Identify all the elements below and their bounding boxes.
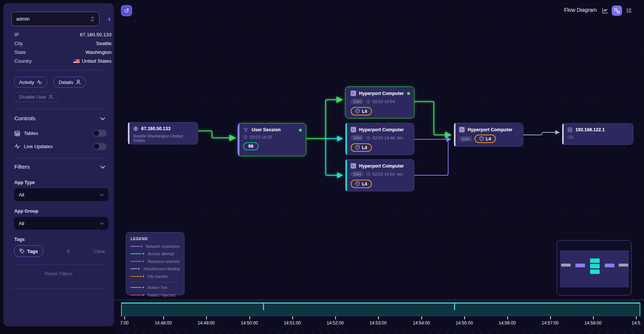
log-list-icon — [626, 7, 633, 14]
log-view-button[interactable] — [624, 5, 634, 16]
timeline-tick — [163, 316, 164, 319]
edge-ip-to-session — [198, 131, 235, 138]
app-window: admin ‹ IP 67.160.50.133 City Seattle St… — [0, 0, 644, 334]
timeline-tick — [378, 316, 379, 319]
clock-icon — [366, 99, 370, 104]
undo-button[interactable]: ↺ — [121, 5, 132, 16]
node-hyperport-bottom[interactable]: >_ Hyperport Computer SSH 02/23 14:50 4m… — [345, 159, 414, 191]
clock-icon — [366, 172, 370, 176]
node-hyperport-top[interactable]: >_ Hyperport Computer SSH 02/23 14:54 L4 — [345, 87, 414, 118]
duration-label: 4m — [397, 136, 403, 140]
timeline-tick — [464, 316, 465, 319]
info-row-country: Country United States — [14, 56, 111, 65]
sidebar: admin ‹ IP 67.160.50.133 City Seattle St… — [3, 3, 114, 326]
timeline-tick-label: 14:48:00 — [155, 320, 172, 326]
legend-title: LEGEND — [131, 236, 180, 241]
terminal-icon: >_ — [459, 127, 465, 132]
tags-button[interactable]: Tags — [14, 245, 43, 257]
tags-row: Tags 0 Clear — [14, 245, 105, 257]
filters-section-header[interactable]: Filters — [14, 164, 105, 170]
duration-label: 4m — [397, 172, 403, 176]
tags-clear-button[interactable]: Clear — [94, 249, 105, 254]
legend-status-items: Active / liveFailed / rejected — [131, 285, 180, 297]
legend-items: Network connectionAccess attemptResource… — [131, 244, 180, 279]
chevron-down-icon — [100, 194, 104, 196]
live-indicator — [299, 129, 302, 132]
timeline-tick-label: 14:52:00 — [327, 320, 344, 326]
protocol-badge: SSH — [351, 135, 364, 140]
us-flag-icon — [73, 59, 80, 63]
app-group-select[interactable]: All — [14, 217, 109, 230]
timeline-tick-label: 14:58:00 — [585, 320, 602, 326]
node-source-ip[interactable]: 67.160.50.133 Seattle Washington United … — [128, 122, 198, 144]
node-destination-ip[interactable]: 192.168.122.1 :22 — [562, 123, 633, 145]
disable-user-button[interactable]: Disable User — [14, 92, 59, 102]
risk-level-badge: L4 — [351, 143, 372, 152]
edge-session-to-hp-top — [306, 100, 342, 139]
shield-alert-icon — [479, 136, 484, 141]
timeline-tick — [550, 316, 551, 319]
timeline-tick-label: 14:55:00 — [456, 320, 473, 326]
live-indicator — [407, 92, 410, 95]
timeline-tick — [593, 316, 594, 319]
timeline-tick — [507, 316, 508, 319]
details-button[interactable]: Details — [54, 77, 86, 88]
chevron-updown-icon — [90, 16, 95, 22]
risk-level-badge: L4 — [475, 135, 496, 143]
chart-line-icon — [602, 7, 608, 14]
timeline-tick — [292, 316, 293, 319]
node-user-session[interactable]: User Session 02/23 14:22 98 — [238, 123, 306, 156]
divider — [11, 158, 106, 158]
app-group-label: App Group — [14, 209, 38, 214]
node-hyperport-right[interactable]: >_ Hyperport Computer SSH L4 — [454, 123, 523, 147]
terminal-icon: >_ — [351, 91, 356, 96]
pulse-icon — [14, 144, 20, 149]
timeline-tick — [636, 316, 637, 319]
app-type-label: App Type — [14, 180, 35, 185]
chart-view-button[interactable] — [600, 5, 610, 16]
live-updates-control-row: Live Updates — [14, 143, 107, 150]
chevron-down-icon — [100, 222, 104, 225]
divider — [11, 289, 106, 289]
user-info: IP 67.160.50.133 City Seattle State Wash… — [14, 30, 111, 65]
timeline-event-marker — [263, 302, 264, 310]
minimap[interactable] — [557, 240, 632, 296]
person-icon — [76, 80, 81, 85]
flow-view-button[interactable] — [612, 5, 622, 16]
live-updates-toggle[interactable] — [93, 143, 107, 150]
tables-control-row: Tables — [14, 130, 107, 137]
timeline-tick — [249, 316, 250, 319]
user-select[interactable]: admin — [11, 12, 99, 26]
timeline-tick-label: 14:54:00 — [413, 320, 430, 326]
shield-alert-icon — [355, 145, 360, 150]
timeline-tick — [421, 316, 422, 319]
terminal-icon: >_ — [351, 163, 356, 169]
legend-panel: LEGEND Network connectionAccess attemptR… — [126, 232, 184, 295]
minimap-node — [590, 258, 600, 263]
timeline-tick — [206, 316, 207, 319]
info-row-ip: IP 67.160.50.133 — [14, 30, 111, 39]
risk-level-badge: L4 — [351, 107, 372, 115]
edge-hp-bottom-to-hp-right — [414, 140, 448, 175]
session-count-badge: 98 — [243, 142, 259, 150]
shield-alert-icon — [355, 181, 360, 186]
reset-filters-button[interactable]: Reset Filters — [3, 271, 114, 276]
controls-section-header[interactable]: Controls — [14, 115, 105, 122]
sidebar-collapse-button[interactable]: ‹ — [105, 14, 114, 24]
protocol-badge: SSH — [459, 136, 472, 142]
wifi-icon — [243, 128, 249, 132]
person-minus-icon — [49, 95, 54, 99]
timeline-brush[interactable] — [121, 302, 640, 316]
globe-icon — [133, 126, 138, 131]
terminal-icon: >_ — [351, 127, 356, 132]
legend-item: Network connection — [131, 244, 180, 249]
tables-toggle[interactable] — [93, 130, 107, 137]
timeline-tick-label: 7:00 — [120, 320, 128, 326]
activity-button[interactable]: Activity — [14, 77, 47, 88]
app-type-select[interactable]: All — [14, 188, 109, 201]
shield-alert-icon — [355, 109, 360, 114]
protocol-badge: SSH — [351, 171, 364, 177]
node-hyperport-middle[interactable]: >_ Hyperport Computer SSH 02/23 14:46 4m… — [345, 123, 414, 155]
chevron-down-icon — [100, 117, 105, 120]
tag-icon — [19, 249, 25, 254]
